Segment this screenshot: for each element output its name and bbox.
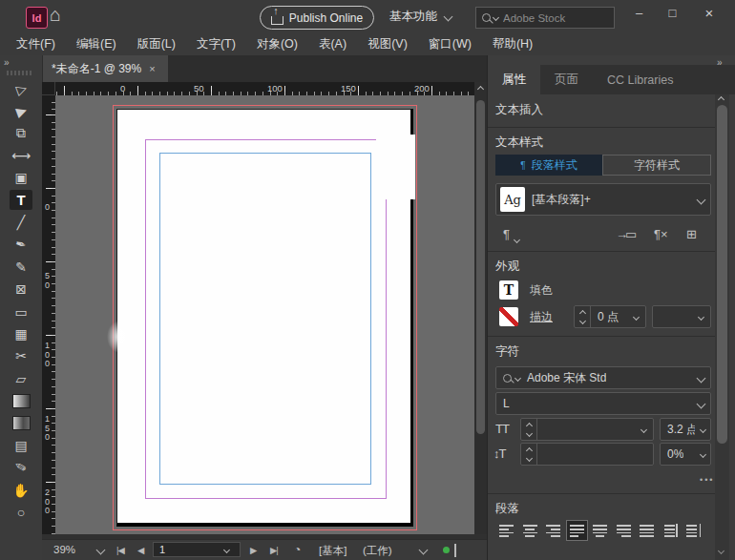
scissors-tool[interactable]: ✂ [0,345,42,367]
leading-field[interactable]: 3.2 点 [660,418,711,441]
text-frame[interactable] [159,153,371,485]
align-away-spine-button[interactable] [682,520,704,541]
document-tab[interactable]: *未命名-1 @ 39% × [43,55,168,82]
menu-item[interactable]: 文件(F) [6,36,66,52]
font-style-dropdown[interactable]: L [495,392,711,415]
workspace-switcher[interactable]: 基本功能 [389,9,452,25]
pencil-tool[interactable]: ✎ [0,256,42,278]
align-center-button[interactable] [519,520,541,541]
scrollbar-thumb[interactable] [717,105,727,444]
line-tool[interactable]: ╱ [0,211,42,233]
new-style-icon[interactable]: ⊞ [686,227,697,241]
canvas-vertical-scrollbar[interactable] [474,95,487,534]
justify-last-right-button[interactable] [613,520,635,541]
menu-item[interactable]: 视图(V) [357,36,418,52]
toolbar-collapse-icon[interactable]: » [4,57,9,68]
page-number-field[interactable] [153,542,241,557]
direct-selection-tool[interactable]: ▶ [0,99,42,121]
panel-tab[interactable]: 属性 [488,65,540,94]
font-family-dropdown[interactable]: Adobe 宋体 Std [495,366,711,389]
stepper-icon[interactable] [521,444,537,465]
preflight-menu-icon[interactable] [419,546,429,555]
align-toward-spine-button[interactable] [660,520,682,541]
gradient-feather-tool[interactable] [0,412,42,434]
free-transform-tool[interactable]: ▱ [0,367,42,389]
vertical-scale-field[interactable]: 0% [660,443,711,466]
paragraph-mark-menu-icon[interactable]: ¶ [503,227,510,241]
close-button[interactable]: × [689,0,729,25]
rectangle-frame-tool[interactable]: ⊠ [0,279,42,301]
hand-tool[interactable]: ✋ [0,479,42,501]
last-page-button[interactable]: ▶| [270,545,278,555]
panel-scrollbar[interactable] [715,94,729,560]
justify-last-left-button[interactable] [566,520,588,541]
ruler-origin-box[interactable] [42,82,55,95]
justify-all-button[interactable] [636,520,658,541]
preflight-icon[interactable]: ◔ [294,544,301,555]
toolbar-drag-grip[interactable] [7,71,33,75]
stroke-type-dropdown[interactable] [652,305,711,328]
menu-item[interactable]: 文字(T) [186,36,246,52]
eyedropper-tool[interactable]: ✐ [0,457,42,479]
stroke-weight-field[interactable]: 0 点 [574,305,646,328]
font-size-field[interactable] [520,418,654,441]
tracking-field[interactable] [520,443,654,466]
first-page-button[interactable]: |◀ [116,545,124,555]
home-icon[interactable]: ⌂ [50,4,61,26]
page-tool[interactable]: ⧉ [0,122,42,144]
more-options-button[interactable]: ••• [700,475,714,485]
redefine-style-icon[interactable]: →▭ [616,227,634,241]
previous-page-button[interactable]: ◀ [137,545,143,555]
horizontal-ruler[interactable]: 050100150200 [55,82,474,95]
maximize-button[interactable]: □ [656,0,689,25]
pen-tool[interactable]: ✒ [0,234,42,256]
paragraph-style-dropdown[interactable]: Ag [基本段落]+ [495,183,711,216]
character-styles-tab[interactable]: 字符样式 [602,155,711,176]
align-right-button[interactable] [542,520,564,541]
paragraph-styles-tab[interactable]: ¶ 段落样式 [495,155,602,176]
gap-tool[interactable]: ⟷ [0,144,42,166]
note-tool[interactable]: ▤ [0,434,42,456]
pasteboard[interactable] [55,95,474,534]
close-tab-icon[interactable]: × [149,63,155,74]
stepper-icon[interactable] [575,306,591,327]
stepper-icon[interactable] [521,419,537,440]
menu-item[interactable]: 对象(O) [246,36,308,52]
stroke-color-swatch[interactable] [499,307,518,326]
zoom-level[interactable]: 39% [53,544,75,555]
stroke-label[interactable]: 描边 [530,309,553,325]
menu-item[interactable]: 表(A) [308,36,357,52]
align-left-button[interactable] [495,520,517,541]
page-number-input[interactable] [154,543,224,556]
zoom-dropdown-icon[interactable] [96,546,106,555]
scrollbar-thumb[interactable] [476,100,485,434]
content-collector-tool[interactable]: ▣ [0,167,42,189]
menu-item[interactable]: 帮助(H) [482,36,543,52]
panel-tab[interactable]: CC Libraries [593,65,687,94]
menu-item[interactable]: 编辑(E) [66,36,127,52]
clear-overrides-icon[interactable]: ¶× [654,227,668,241]
minimize-button[interactable]: – [622,0,656,25]
rectangle-tool[interactable]: ▭ [0,301,42,322]
type-tool[interactable]: T [0,189,42,211]
next-page-button[interactable]: ▶ [250,545,256,555]
menu-item[interactable]: 窗口(W) [418,36,482,52]
preflight-preset[interactable]: [基本] [319,544,346,558]
adobe-stock-search[interactable] [475,7,615,29]
selection-tool[interactable]: ▷ [0,77,42,99]
panel-tab[interactable]: 页面 [540,65,593,94]
stock-search-input[interactable] [501,11,591,25]
vertical-ruler[interactable]: 050100150200250 [42,95,55,534]
style-sample-chip: Ag [500,187,525,212]
gradient-swatch-tool[interactable] [0,389,42,411]
spread-icon[interactable] [454,544,456,557]
justify-last-center-button[interactable] [589,520,611,541]
zoom-tool[interactable]: ○ [0,501,42,523]
fill-color-swatch[interactable]: T [499,280,518,300]
menu-item[interactable]: 版面(L) [127,36,186,52]
grid-tool[interactable]: ▦ [0,322,42,344]
preflight-profile[interactable]: (工作) [363,544,392,558]
ruler-label: 200 [414,83,430,93]
canvas-scroll-up[interactable] [474,82,487,95]
publish-online-button[interactable]: Publish Online [260,6,374,30]
